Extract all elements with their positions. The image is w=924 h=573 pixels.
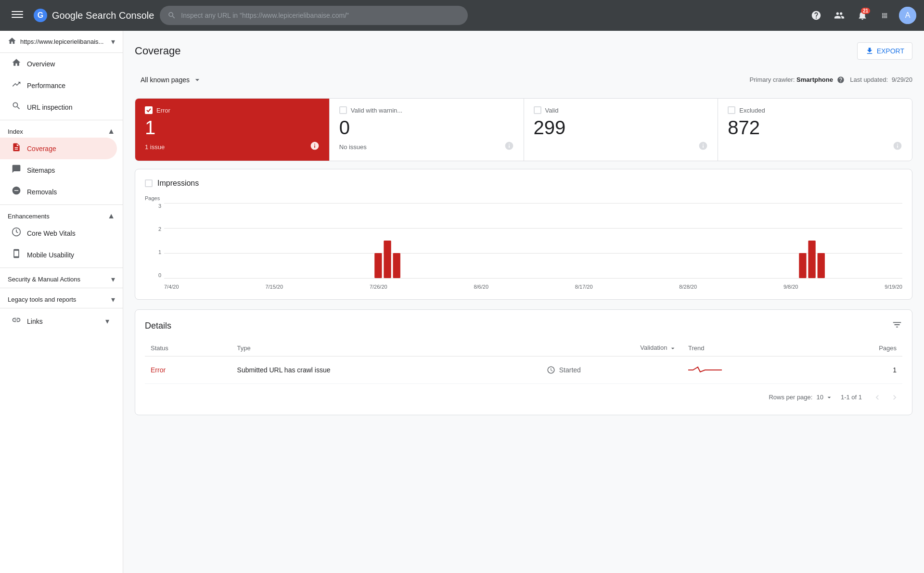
col-validation[interactable]: Validation: [541, 340, 682, 356]
sitemaps-icon: [12, 164, 21, 176]
crawler-help-icon[interactable]: [837, 76, 845, 84]
x-tick-3: 7/26/20: [370, 284, 387, 290]
status-card-excluded[interactable]: Excluded 872: [718, 99, 912, 161]
coverage-icon: [12, 142, 21, 154]
error-checkbox: [145, 106, 153, 114]
sidebar-item-removals[interactable]: Removals: [0, 181, 117, 203]
security-collapse-icon: ▾: [111, 275, 115, 284]
svg-rect-8: [374, 253, 382, 278]
svg-rect-13: [818, 253, 825, 278]
clock-icon: [547, 366, 555, 374]
sidebar-label-coverage: Coverage: [27, 145, 56, 153]
export-icon: [865, 47, 874, 55]
removals-icon: [12, 186, 21, 198]
x-tick-4: 8/6/20: [474, 284, 488, 290]
export-button[interactable]: EXPORT: [857, 42, 912, 60]
y-tick-2: 2: [145, 226, 164, 232]
legacy-section-label: Legacy tools and reports: [8, 296, 76, 303]
avatar[interactable]: A: [899, 7, 916, 24]
sidebar-item-sitemaps[interactable]: Sitemaps: [0, 159, 117, 181]
sidebar-label-mobile-usability: Mobile Usability: [27, 251, 74, 259]
help-button[interactable]: [807, 6, 826, 25]
chart-container: 3 2 1 0: [145, 203, 902, 290]
chart-checkbox[interactable]: [145, 179, 153, 187]
links-icon: [12, 315, 21, 327]
filter-bar: All known pages Primary crawler: Smartph…: [135, 71, 912, 89]
valid-info-icon[interactable]: [698, 141, 708, 153]
sidebar-item-links[interactable]: Links ▾: [0, 310, 117, 332]
chart-header: Impressions: [145, 179, 902, 188]
search-bar[interactable]: [160, 6, 468, 25]
details-section: Details Status Type Validation Trend: [135, 309, 912, 415]
row-trend: [682, 356, 816, 383]
export-label: EXPORT: [877, 47, 904, 55]
layout: https://www.lepicerielibanais... ▾ Overv…: [0, 0, 924, 573]
mobile-usability-icon: [12, 249, 21, 261]
x-tick-2: 7/15/20: [265, 284, 283, 290]
app-logo: G Google Search Console: [33, 8, 154, 23]
apps-button[interactable]: [876, 6, 895, 25]
primary-crawler-value: Smartphone: [796, 76, 833, 83]
status-card-error[interactable]: Error 1 1 issue: [135, 99, 330, 161]
rows-count: 10: [816, 394, 823, 401]
chart-title: Impressions: [157, 179, 199, 188]
sidebar-section-security[interactable]: Security & Manual Actions ▾: [0, 270, 123, 286]
row-validation-value: Started: [559, 366, 581, 374]
notifications-button[interactable]: 21: [853, 6, 872, 25]
property-selector[interactable]: https://www.lepicerielibanais... ▾: [0, 31, 123, 53]
sidebar-divider-3: [0, 267, 123, 268]
details-header: Details: [145, 319, 902, 332]
status-card-valid-warning[interactable]: Valid with warnin... 0 No issues: [330, 99, 524, 161]
legacy-collapse-icon: ▾: [111, 295, 115, 304]
details-filter-icon[interactable]: [892, 319, 902, 332]
row-pages: 1: [816, 356, 902, 383]
account-button[interactable]: [830, 6, 849, 25]
svg-rect-11: [799, 253, 806, 278]
svg-rect-1: [12, 14, 23, 15]
next-page-button[interactable]: [887, 390, 902, 405]
menu-icon[interactable]: [8, 5, 27, 26]
sidebar-divider-1: [0, 120, 123, 120]
sidebar-item-coverage[interactable]: Coverage: [0, 138, 117, 159]
page-info: 1-1 of 1: [841, 394, 862, 401]
sidebar-item-core-web-vitals[interactable]: Core Web Vitals: [0, 222, 117, 244]
sidebar-section-index[interactable]: Index ▲: [0, 122, 123, 138]
app-title: Google Search Console: [52, 10, 154, 21]
last-updated-value: 9/29/20: [892, 76, 912, 83]
sidebar-item-mobile-usability[interactable]: Mobile Usability: [0, 244, 117, 266]
page-filter-dropdown[interactable]: All known pages: [135, 71, 208, 89]
sidebar-label-overview: Overview: [27, 60, 55, 68]
property-chevron-icon: ▾: [111, 37, 115, 46]
excluded-info-icon[interactable]: [893, 141, 902, 153]
sidebar-label-core-web-vitals: Core Web Vitals: [27, 229, 76, 237]
details-title: Details: [145, 321, 171, 331]
rows-per-page-select[interactable]: 10: [816, 394, 833, 401]
index-section-label: Index: [8, 128, 23, 135]
grid-line-0: [164, 278, 902, 279]
topbar: G Google Search Console 21 A: [0, 0, 924, 31]
sidebar: https://www.lepicerielibanais... ▾ Overv…: [0, 31, 123, 573]
sidebar-item-overview[interactable]: Overview: [0, 53, 117, 75]
sidebar-section-enhancements[interactable]: Enhancements ▲: [0, 207, 123, 222]
index-collapse-icon: ▲: [107, 127, 115, 136]
sidebar-item-url-inspection[interactable]: URL inspection: [0, 96, 117, 118]
x-tick-8: 9/19/20: [885, 284, 902, 290]
core-web-vitals-icon: [12, 227, 21, 239]
validation-sort-icon: [669, 344, 677, 352]
col-pages: Pages: [816, 340, 902, 356]
performance-icon: [12, 79, 21, 91]
search-input[interactable]: [181, 12, 460, 19]
chart-section: Impressions Pages 3 2 1 0: [135, 169, 912, 300]
sidebar-item-performance[interactable]: Performance: [0, 75, 117, 96]
enhancements-collapse-icon: ▲: [107, 212, 115, 220]
valid-warning-info-icon[interactable]: [504, 141, 514, 153]
sidebar-section-legacy[interactable]: Legacy tools and reports ▾: [0, 290, 123, 306]
prev-page-button[interactable]: [870, 390, 885, 405]
error-card-info-icon[interactable]: [310, 141, 320, 153]
rows-per-page-label: Rows per page:: [769, 394, 812, 401]
rows-chevron-icon: [825, 394, 833, 401]
svg-rect-9: [384, 241, 391, 278]
status-card-valid[interactable]: Valid 299: [524, 99, 719, 161]
table-row[interactable]: Error Submitted URL has crawl issue Star…: [145, 356, 902, 383]
valid-card-count: 299: [534, 118, 708, 137]
